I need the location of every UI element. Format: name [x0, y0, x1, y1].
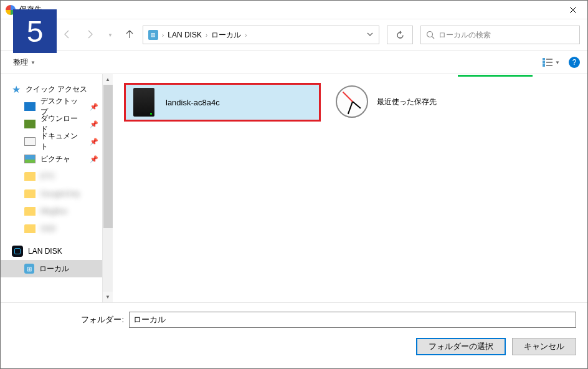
picture-icon — [24, 155, 36, 163]
drive-icon — [133, 88, 154, 117]
sidebar: ★ クイック アクセス デスクトップ 📌 ダウンロード 📌 ドキュメント 📌 — [1, 74, 113, 302]
svg-rect-2 — [543, 61, 545, 64]
view-options-button[interactable]: ▼ — [543, 58, 560, 67]
chevron-down-icon: ▼ — [31, 60, 36, 65]
view-options-icon — [543, 58, 554, 67]
sidebar-item-folder[interactable]: MkgBox — [1, 203, 102, 220]
organize-menu[interactable]: 整理 ▼ — [13, 57, 36, 68]
pin-icon: 📌 — [90, 138, 98, 146]
download-icon — [24, 120, 36, 128]
file-item-label: landisk-ac8a4c — [166, 98, 220, 107]
file-list-pane[interactable]: landisk-ac8a4c 最近使った保存先 — [113, 74, 587, 302]
svg-rect-1 — [543, 58, 545, 60]
search-placeholder: ローカルの検索 — [439, 30, 491, 41]
close-button[interactable] — [559, 1, 587, 19]
titlebar: 保存先 — [1, 1, 587, 19]
file-item-recent[interactable]: 最近使った保存先 — [333, 83, 439, 120]
step-badge: 5 — [13, 9, 57, 53]
help-button[interactable]: ? — [569, 57, 580, 68]
breadcrumb-root-icon: ⊞ — [148, 30, 158, 40]
folder-icon — [24, 224, 36, 233]
chevron-right-icon: › — [162, 32, 164, 39]
folder-icon — [24, 207, 36, 216]
search-input[interactable]: ローカルの検索 — [420, 26, 580, 44]
sidebar-landisk[interactable]: LAN DISK — [1, 242, 102, 260]
landisk-icon — [12, 246, 23, 257]
sidebar-item-local[interactable]: ⊞ ローカル — [1, 260, 102, 277]
sidebar-item-documents[interactable]: ドキュメント 📌 — [1, 133, 102, 150]
local-icon: ⊞ — [24, 264, 34, 274]
sidebar-quick-access[interactable]: ★ クイック アクセス — [1, 80, 102, 98]
chevron-right-icon: › — [245, 32, 247, 39]
refresh-icon — [396, 31, 405, 40]
address-bar[interactable]: ⊞ › LAN DISK › ローカル › — [143, 26, 379, 44]
scroll-down-arrow[interactable]: ▼ — [103, 292, 113, 302]
desktop-icon — [24, 102, 36, 111]
folder-icon — [24, 172, 36, 181]
nav-history-dropdown[interactable]: ▼ — [108, 32, 113, 38]
nav-up-button[interactable] — [124, 29, 135, 42]
refresh-button[interactable] — [387, 26, 413, 44]
search-icon — [426, 31, 435, 39]
progress-indicator — [458, 75, 533, 77]
document-icon — [24, 137, 36, 146]
pin-icon: 📌 — [90, 120, 98, 128]
folder-name-input[interactable] — [129, 312, 576, 328]
address-dropdown[interactable] — [366, 31, 374, 40]
star-icon: ★ — [12, 84, 21, 95]
sidebar-scrollbar[interactable]: ▲ ▼ — [102, 74, 113, 302]
scroll-up-arrow[interactable]: ▲ — [103, 74, 113, 85]
file-item-landisk[interactable]: landisk-ac8a4c — [124, 83, 321, 122]
svg-rect-3 — [543, 64, 545, 67]
pin-icon: 📌 — [90, 103, 98, 111]
close-icon — [569, 6, 577, 14]
sidebar-item-folder[interactable]: GoogleOnly — [1, 185, 102, 203]
chevron-down-icon: ▼ — [555, 60, 560, 65]
folder-icon — [24, 189, 36, 198]
sidebar-item-folder[interactable]: SSD — [1, 220, 102, 237]
svg-rect-6 — [546, 65, 552, 66]
chevron-right-icon: › — [206, 32, 207, 39]
nav-forward-button[interactable] — [84, 28, 97, 42]
svg-rect-5 — [546, 62, 552, 63]
file-item-label: 最近使った保存先 — [377, 97, 437, 107]
sidebar-item-pictures[interactable]: ピクチャ 📌 — [1, 150, 102, 168]
sidebar-item-desktop[interactable]: デスクトップ 📌 — [1, 98, 102, 115]
svg-point-0 — [427, 32, 433, 37]
select-folder-button[interactable]: フォルダーの選択 — [416, 338, 506, 355]
breadcrumb-item[interactable]: LAN DISK — [168, 31, 202, 39]
main-area: ★ クイック アクセス デスクトップ 📌 ダウンロード 📌 ドキュメント 📌 — [1, 74, 587, 302]
scrollbar-thumb[interactable] — [103, 85, 113, 228]
folder-field-label: フォルダー: — [12, 314, 124, 325]
svg-rect-4 — [546, 59, 552, 60]
clock-icon — [336, 85, 368, 118]
nav-back-button[interactable] — [60, 28, 73, 42]
navigation-row: ▼ ⊞ › LAN DISK › ローカル › ローカルの検索 — [1, 19, 587, 50]
sidebar-item-folder[interactable]: ETC — [1, 168, 102, 185]
save-dialog-window: 保存先 5 ▼ ⊞ › LAN DISK › ローカル › ローカルの検索 — [0, 0, 588, 369]
footer: フォルダー: フォルダーの選択 キャンセル — [1, 302, 587, 363]
pin-icon: 📌 — [90, 155, 98, 163]
toolbar: 整理 ▼ ▼ ? — [1, 50, 587, 74]
cancel-button[interactable]: キャンセル — [512, 338, 576, 355]
breadcrumb-item[interactable]: ローカル — [211, 30, 241, 41]
sidebar-item-downloads[interactable]: ダウンロード 📌 — [1, 115, 102, 133]
